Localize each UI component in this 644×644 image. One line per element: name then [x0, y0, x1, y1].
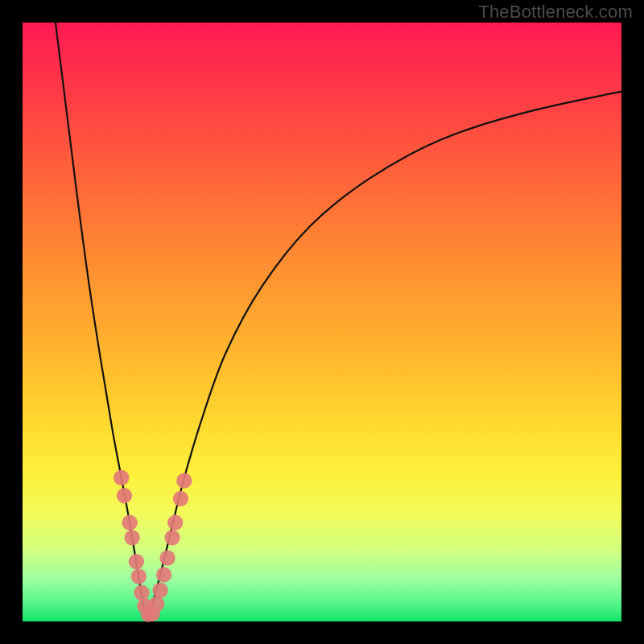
- data-marker: [152, 583, 167, 598]
- data-marker: [124, 530, 139, 545]
- data-marker: [122, 515, 138, 530]
- data-marker: [173, 491, 188, 506]
- data-marker: [131, 569, 147, 584]
- data-marker: [149, 597, 164, 612]
- marker-group: [114, 470, 192, 622]
- data-marker: [134, 585, 149, 601]
- data-marker: [167, 515, 183, 530]
- data-marker: [114, 470, 129, 485]
- data-marker: [129, 554, 144, 569]
- data-marker: [164, 530, 180, 545]
- curve-right-branch: [148, 92, 621, 621]
- data-marker: [176, 473, 192, 488]
- outer-frame: TheBottleneck.com: [0, 0, 644, 644]
- chart-svg: [0, 0, 644, 644]
- data-marker: [159, 550, 175, 565]
- data-marker: [156, 567, 171, 582]
- data-marker: [117, 488, 132, 503]
